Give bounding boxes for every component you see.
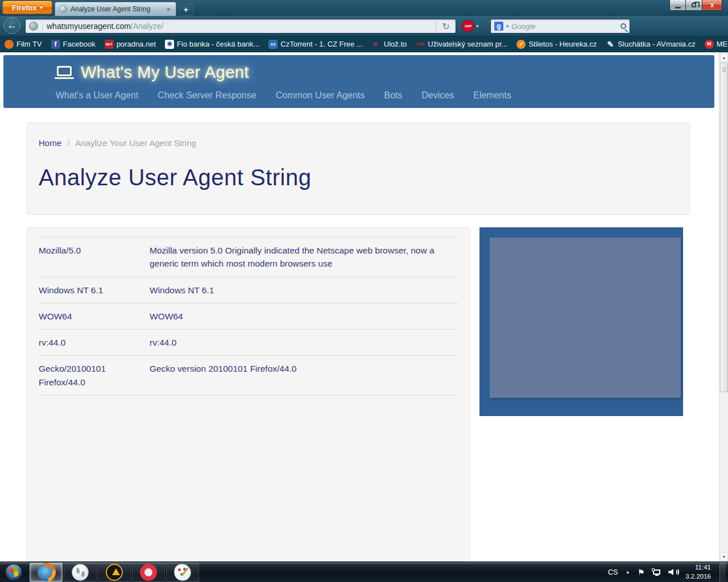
new-tab-button[interactable]: + xyxy=(179,3,193,15)
bookmark-item[interactable]: ✓ Stiletos - Heureka.cz xyxy=(516,40,597,49)
show-desktop-button[interactable] xyxy=(719,562,726,582)
bookmark-item[interactable]: Film TV xyxy=(5,40,42,49)
tab-favicon-globe-icon xyxy=(59,5,67,13)
page-title: Analyze User Agent String xyxy=(39,165,678,190)
mega-icon: M xyxy=(705,40,714,49)
bookmark-item[interactable]: cz CzTorrent - 1. CZ Free ... xyxy=(268,40,362,49)
scrollbar[interactable]: ▲ ▼ xyxy=(719,52,728,562)
site-nav-whats-a-user-agent[interactable]: What's a User Agent xyxy=(56,90,138,101)
chevron-down-icon[interactable]: ▾ xyxy=(506,23,509,29)
site-nav-devices[interactable]: Devices xyxy=(421,90,454,101)
adblock-plus-button[interactable]: ABP ▾ xyxy=(462,20,479,32)
breadcrumb-separator: / xyxy=(67,138,69,148)
table-row: Windows NT 6.1 Windows NT 6.1 xyxy=(39,277,458,303)
titlebar: Firefox ▾ Analyze User Agent String × + … xyxy=(0,0,728,16)
tab-title: Analyze User Agent String xyxy=(71,5,162,13)
bookmark-label: Film TV xyxy=(16,40,42,48)
search-bar[interactable]: g ▾ Google xyxy=(490,19,630,34)
back-button[interactable]: ← xyxy=(3,17,20,34)
url-text[interactable]: whatsmyuseragent.com/Analyze/ xyxy=(47,22,432,31)
bookmarks-bar-items: Film TV f Facebook NET poradna.net ✱ Fio… xyxy=(5,40,728,49)
bookmark-item[interactable]: NET poradna.net xyxy=(105,40,156,49)
hidden-icons-chevron-icon[interactable]: ▲ xyxy=(626,569,630,575)
ua-token-description: Gecko version 20100101 Firefox/44.0 xyxy=(150,362,458,389)
bookmark-label: poradna.net xyxy=(117,40,156,48)
bookmark-item[interactable]: ✱ Fio banka - česká bank... xyxy=(165,40,259,49)
clock[interactable]: 11:41 3.2.2016 xyxy=(685,563,712,581)
adblock-plus-icon: ABP xyxy=(462,20,474,32)
taskbar-app-firefox[interactable] xyxy=(30,563,63,582)
firefox-menu-button[interactable]: Firefox ▾ xyxy=(2,1,52,14)
volume-icon[interactable] xyxy=(668,568,678,576)
page-viewport: What's My User Agent What's a User Agent… xyxy=(0,52,728,562)
czc-icon: czc xyxy=(416,40,425,49)
bookmark-item[interactable]: f Facebook xyxy=(51,40,96,49)
scroll-down-icon[interactable]: ▼ xyxy=(720,552,728,561)
app-icon xyxy=(106,564,123,581)
breadcrumb-current: Anaylize Your User Agent String xyxy=(75,138,196,148)
language-indicator[interactable]: CS xyxy=(608,568,618,576)
scrollbar-thumb[interactable] xyxy=(720,63,728,392)
table-row: WOW64 WOW64 xyxy=(39,303,458,329)
bookmark-item[interactable]: czc Uživatelský seznam pr... xyxy=(416,40,507,49)
network-icon[interactable] xyxy=(652,568,661,576)
google-engine-icon[interactable]: g xyxy=(494,22,503,31)
taskbar: CS ▲ ⚑ 11:41 3.2.2016 xyxy=(0,562,728,582)
close-button[interactable]: x xyxy=(702,0,722,11)
site-nav-bots[interactable]: Bots xyxy=(384,90,402,101)
ua-token-description: rv:44.0 xyxy=(150,336,458,349)
ad-image[interactable] xyxy=(490,238,681,398)
url-bar[interactable]: whatsmyuseragent.com/Analyze/ ↻ xyxy=(25,19,456,34)
start-button[interactable] xyxy=(0,563,27,582)
facebook-icon: f xyxy=(51,40,60,49)
restore-icon xyxy=(692,3,696,7)
site-brand-title: What's My User Agent xyxy=(81,63,249,82)
site-brand[interactable]: What's My User Agent xyxy=(55,63,249,82)
site-nav-check-server-response[interactable]: Check Server Response xyxy=(158,90,256,101)
tab-close-icon[interactable]: × xyxy=(165,5,172,14)
ua-token-description: Windows NT 6.1 xyxy=(150,284,458,297)
taskbar-app-opera[interactable] xyxy=(132,563,165,582)
action-center-flag-icon[interactable]: ⚑ xyxy=(638,568,645,577)
restore-button[interactable] xyxy=(686,0,702,11)
poradna-net-icon: NET xyxy=(105,40,114,49)
system-tray: CS ▲ ⚑ 11:41 3.2.2016 xyxy=(608,562,728,582)
bookmark-label: Stiletos - Heureka.cz xyxy=(528,40,597,48)
site-identity-globe-icon[interactable] xyxy=(29,22,38,31)
chevron-down-icon: ▾ xyxy=(40,5,43,10)
reload-icon[interactable]: ↻ xyxy=(440,21,452,32)
avmania-icon: ✎ xyxy=(606,40,615,49)
search-input[interactable]: Google xyxy=(512,22,618,31)
bookmark-label: Fio banka - česká bank... xyxy=(177,40,259,48)
firefox-menu-label: Firefox xyxy=(12,3,36,12)
bookmark-label: MEGA xyxy=(717,40,728,48)
fio-banka-icon: ✱ xyxy=(165,40,174,49)
ad-banner[interactable] xyxy=(479,227,683,416)
scroll-up-icon[interactable]: ▲ xyxy=(720,53,728,62)
site-header: What's My User Agent What's a User Agent… xyxy=(3,55,714,108)
taskbar-app-paint[interactable] xyxy=(166,563,199,582)
search-icon[interactable] xyxy=(621,23,626,29)
ua-token: rv:44.0 xyxy=(39,336,150,349)
user-agent-table-panel: Mozilla/5.0 Mozilla version 5.0 Original… xyxy=(27,227,470,562)
bookmark-label: Facebook xyxy=(63,40,96,48)
site-nav-common-user-agents[interactable]: Common User Agents xyxy=(276,90,365,101)
minimize-button[interactable] xyxy=(669,0,686,11)
app-icon xyxy=(140,564,157,581)
taskbar-app-footprints[interactable] xyxy=(64,563,97,582)
bookmark-item[interactable]: ✎ Sluchátka - AVmania.cz xyxy=(606,40,695,49)
app-icon xyxy=(174,564,191,581)
site-nav-elements[interactable]: Elements xyxy=(473,90,511,101)
app-icon xyxy=(5,564,22,581)
url-host: whatsmyuseragent.com xyxy=(47,22,131,31)
browser-tab[interactable]: Analyze User Agent String × xyxy=(55,2,176,16)
bookmark-item[interactable]: M MEGA xyxy=(705,40,728,49)
site-nav: What's a User AgentCheck Server Response… xyxy=(56,90,511,101)
breadcrumb: Home / Anaylize Your User Agent String xyxy=(39,138,678,148)
breadcrumb-home-link[interactable]: Home xyxy=(39,138,61,148)
clock-date: 3.2.2016 xyxy=(685,572,711,581)
taskbar-apps xyxy=(0,562,200,582)
taskbar-app-aimp[interactable] xyxy=(98,563,131,582)
bookmark-item[interactable]: » Ulož.to xyxy=(372,40,407,49)
bookmarks-bar: Film TV f Facebook NET poradna.net ✱ Fio… xyxy=(0,36,728,52)
